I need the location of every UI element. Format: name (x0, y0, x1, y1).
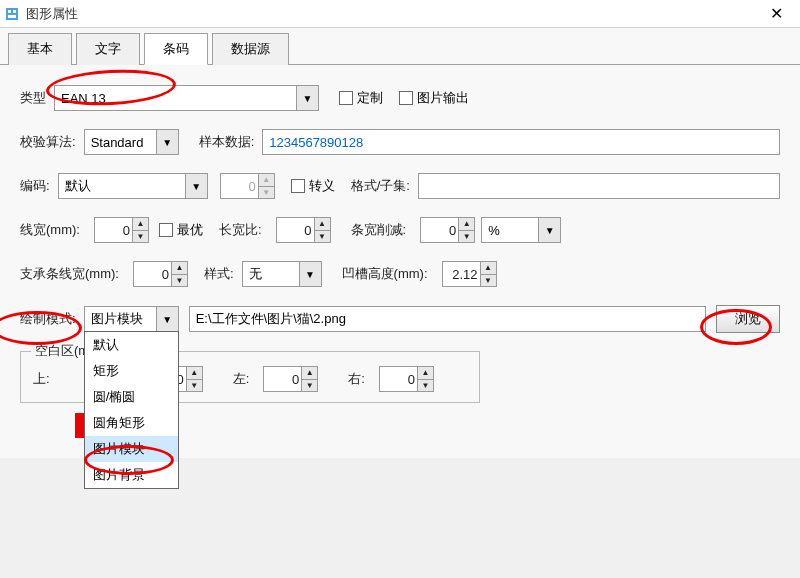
escape-checkbox[interactable] (291, 179, 305, 193)
svg-rect-3 (8, 15, 16, 18)
tab-basic[interactable]: 基本 (8, 33, 72, 65)
up-icon[interactable]: ▲ (481, 262, 496, 275)
type-label: 类型 (20, 89, 46, 107)
reduce-label: 条宽削减: (351, 221, 407, 239)
sample-input[interactable]: 1234567890128 (262, 129, 780, 155)
chevron-down-icon: ▼ (156, 130, 178, 154)
mode-dropdown: 默认 矩形 圆/椭圆 圆角矩形 图片模块 图片背景 (84, 331, 179, 489)
lw-spinner[interactable]: 0 ▲▼ (94, 217, 149, 243)
best-checkbox[interactable] (159, 223, 173, 237)
style-select[interactable]: 无 ▼ (242, 261, 322, 287)
row-type: 类型 EAN 13 ▼ 定制 图片输出 (20, 85, 780, 111)
unit-select[interactable]: % ▼ (481, 217, 561, 243)
ratio-spinner[interactable]: 0 ▲▼ (276, 217, 331, 243)
up-icon[interactable]: ▲ (315, 218, 330, 231)
notch-spinner[interactable]: 2.12 ▲▼ (442, 261, 497, 287)
enc-label: 编码: (20, 177, 50, 195)
bw-label: 支承条线宽(mm): (20, 265, 119, 283)
left-label: 左: (233, 370, 250, 388)
custom-label: 定制 (357, 89, 383, 107)
row-linewidth: 线宽(mm): 0 ▲▼ 最优 长宽比: 0 ▲▼ 条宽削减: 0 ▲▼ % ▼ (20, 217, 780, 243)
mode-opt-ellipse[interactable]: 圆/椭圆 (85, 384, 178, 410)
fmt-label: 格式/子集: (351, 177, 410, 195)
algo-select[interactable]: Standard ▼ (84, 129, 179, 155)
up-icon[interactable]: ▲ (259, 174, 274, 187)
down-icon[interactable]: ▼ (418, 380, 433, 392)
img-out-label: 图片输出 (417, 89, 469, 107)
right-spinner[interactable]: 0 ▲▼ (379, 366, 434, 392)
ratio-label: 长宽比: (219, 221, 262, 239)
svg-rect-2 (13, 10, 16, 13)
up-icon[interactable]: ▲ (172, 262, 187, 275)
row-encoding: 编码: 默认 ▼ 0 ▲▼ 转义 格式/子集: (20, 173, 780, 199)
up-icon[interactable]: ▲ (187, 367, 202, 380)
row-checksum: 校验算法: Standard ▼ 样本数据: 1234567890128 (20, 129, 780, 155)
custom-checkbox[interactable] (339, 91, 353, 105)
down-icon[interactable]: ▼ (315, 231, 330, 243)
down-icon[interactable]: ▼ (172, 275, 187, 287)
type-select[interactable]: EAN 13 ▼ (54, 85, 319, 111)
bw-spinner[interactable]: 0 ▲▼ (133, 261, 188, 287)
mode-label: 绘制模式: (20, 310, 76, 328)
up-icon[interactable]: ▲ (133, 218, 148, 231)
algo-label: 校验算法: (20, 133, 76, 151)
down-icon[interactable]: ▼ (302, 380, 317, 392)
chevron-down-icon: ▼ (185, 174, 207, 198)
chevron-down-icon: ▼ (296, 86, 318, 110)
reduce-spinner[interactable]: 0 ▲▼ (420, 217, 475, 243)
mode-opt-default[interactable]: 默认 (85, 332, 178, 358)
tab-text[interactable]: 文字 (76, 33, 140, 65)
right-label: 右: (348, 370, 365, 388)
enc-spinner[interactable]: 0 ▲▼ (220, 173, 275, 199)
svg-rect-1 (8, 10, 11, 13)
chevron-down-icon: ▼ (299, 262, 321, 286)
style-label: 样式: (204, 265, 234, 283)
chevron-down-icon: ▼ (538, 218, 560, 242)
fmt-input[interactable] (418, 173, 780, 199)
path-input[interactable]: E:\工作文件\图片\猫\2.png (189, 306, 706, 332)
close-button[interactable]: ✕ (756, 4, 796, 23)
chevron-down-icon: ▼ (156, 307, 178, 331)
lw-label: 线宽(mm): (20, 221, 80, 239)
sample-label: 样本数据: (199, 133, 255, 151)
window-title: 图形属性 (26, 5, 756, 23)
img-out-checkbox[interactable] (399, 91, 413, 105)
up-icon[interactable]: ▲ (459, 218, 474, 231)
row-drawmode: 绘制模式: 图片模块 ▼ 默认 矩形 圆/椭圆 圆角矩形 图片模块 图片背景 E… (20, 305, 780, 333)
tab-bar: 基本 文字 条码 数据源 (0, 28, 800, 65)
tab-datasource[interactable]: 数据源 (212, 33, 289, 65)
tab-barcode[interactable]: 条码 (144, 33, 208, 65)
enc-select[interactable]: 默认 ▼ (58, 173, 208, 199)
down-icon[interactable]: ▼ (459, 231, 474, 243)
up-icon[interactable]: ▲ (418, 367, 433, 380)
best-label: 最优 (177, 221, 203, 239)
mode-select[interactable]: 图片模块 ▼ 默认 矩形 圆/椭圆 圆角矩形 图片模块 图片背景 (84, 306, 179, 332)
mode-opt-imgbg[interactable]: 图片背景 (85, 462, 178, 488)
app-icon (4, 6, 20, 22)
down-icon[interactable]: ▼ (187, 380, 202, 392)
down-icon[interactable]: ▼ (481, 275, 496, 287)
notch-label: 凹槽高度(mm): (342, 265, 428, 283)
svg-rect-0 (6, 8, 18, 20)
browse-button[interactable]: 浏览 (716, 305, 780, 333)
down-icon[interactable]: ▼ (133, 231, 148, 243)
up-icon[interactable]: ▲ (302, 367, 317, 380)
mode-opt-rect[interactable]: 矩形 (85, 358, 178, 384)
mode-opt-roundrect[interactable]: 圆角矩形 (85, 410, 178, 436)
left-spinner[interactable]: 0 ▲▼ (263, 366, 318, 392)
row-bearer: 支承条线宽(mm): 0 ▲▼ 样式: 无 ▼ 凹槽高度(mm): 2.12 ▲… (20, 261, 780, 287)
escape-label: 转义 (309, 177, 335, 195)
top-label: 上: (33, 370, 50, 388)
mode-opt-imgtile[interactable]: 图片模块 (85, 436, 178, 462)
down-icon[interactable]: ▼ (259, 187, 274, 199)
content-pane: 类型 EAN 13 ▼ 定制 图片输出 校验算法: Standard ▼ 样本数… (0, 65, 800, 458)
titlebar: 图形属性 ✕ (0, 0, 800, 28)
